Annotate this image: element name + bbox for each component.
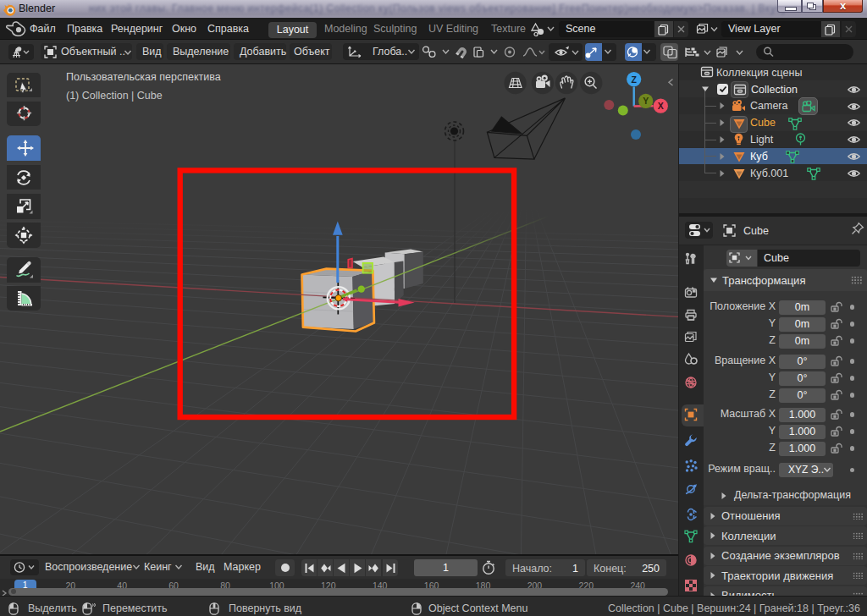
svg-text:X: X <box>658 101 664 111</box>
svg-text:Y: Y <box>643 96 649 106</box>
svg-text:(1) Collection | Cube: (1) Collection | Cube <box>66 90 163 102</box>
svg-text:Z: Z <box>631 74 637 85</box>
svg-text:Пользовательская перспектива: Пользовательская перспектива <box>66 71 221 83</box>
